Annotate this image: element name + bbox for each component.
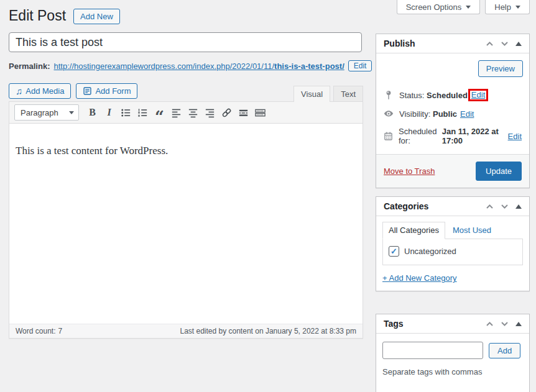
add-media-button[interactable]: ♫ Add Media bbox=[9, 83, 71, 99]
permalink-slug: this-is-a-test-post/ bbox=[274, 62, 344, 71]
eye-icon bbox=[384, 110, 394, 118]
visibility-label: Visibility: bbox=[399, 109, 430, 119]
category-item[interactable]: Uncategorized bbox=[389, 246, 522, 257]
add-new-category-link[interactable]: + Add New Category bbox=[382, 273, 457, 283]
paragraph-select[interactable]: Paragraph bbox=[14, 104, 79, 121]
annotation-box: Edit bbox=[468, 89, 488, 101]
paragraph-select-value: Paragraph bbox=[21, 108, 58, 117]
toolbar-toggle-button[interactable] bbox=[252, 104, 269, 121]
editor-canvas[interactable]: This is a test content for WordPress. bbox=[9, 124, 363, 324]
tags-panel-title: Tags bbox=[384, 319, 404, 329]
tags-hint: Separate tags with commas bbox=[382, 367, 523, 376]
bold-icon: B bbox=[89, 107, 96, 118]
align-right-button[interactable] bbox=[201, 104, 218, 121]
categories-panel-header[interactable]: Categories bbox=[376, 197, 529, 216]
permalink-edit-button[interactable]: Edit bbox=[348, 60, 372, 71]
align-center-icon bbox=[187, 107, 199, 119]
dropdown-arrow-icon bbox=[515, 6, 520, 9]
sidebar: Publish Preview Status: ScheduledEdit bbox=[376, 34, 530, 392]
add-form-button[interactable]: Add Form bbox=[76, 83, 137, 99]
tags-panel-header[interactable]: Tags bbox=[376, 314, 529, 334]
major-publishing-actions: Move to Trash Update bbox=[376, 154, 529, 188]
post-title-input[interactable] bbox=[9, 32, 362, 52]
add-new-button[interactable]: Add New bbox=[73, 9, 120, 24]
align-left-button[interactable] bbox=[168, 104, 185, 121]
help-label: Help bbox=[494, 2, 511, 12]
schedule-label: Scheduled for: bbox=[399, 127, 440, 145]
permalink-link[interactable]: http://hostingerexamplewordpress.com/ind… bbox=[53, 62, 344, 71]
toolbar-toggle-icon bbox=[254, 107, 266, 119]
pin-icon bbox=[384, 90, 394, 100]
editor-header: ♫ Add Media Add Form Visual Text bbox=[9, 83, 363, 101]
category-label: Uncategorized bbox=[404, 247, 456, 256]
add-form-label: Add Form bbox=[95, 86, 131, 96]
chevron-down-icon[interactable] bbox=[501, 204, 509, 209]
screen-meta-links: Screen Options Help bbox=[397, 0, 530, 14]
media-note-icon: ♫ bbox=[16, 86, 22, 96]
panel-controls bbox=[486, 204, 522, 209]
screen-options-label: Screen Options bbox=[406, 2, 462, 12]
move-to-trash-link[interactable]: Move to Trash bbox=[384, 166, 435, 176]
tab-most-used[interactable]: Most Used bbox=[445, 222, 499, 239]
visibility-value: Public bbox=[433, 109, 457, 119]
add-media-label: Add Media bbox=[25, 86, 64, 96]
word-count: Word count:7 bbox=[16, 327, 62, 335]
visibility-edit-link[interactable]: Edit bbox=[460, 109, 474, 119]
tab-all-categories[interactable]: All Categories bbox=[382, 222, 445, 239]
link-button[interactable] bbox=[218, 104, 235, 121]
update-button[interactable]: Update bbox=[476, 162, 522, 181]
add-tag-button[interactable]: Add bbox=[489, 343, 520, 358]
publish-panel-header[interactable]: Publish bbox=[376, 34, 529, 53]
visibility-row: Visibility: Public Edit bbox=[384, 109, 522, 119]
help-button[interactable]: Help bbox=[485, 0, 530, 14]
read-more-icon bbox=[238, 107, 249, 119]
form-icon bbox=[83, 86, 92, 96]
media-buttons: ♫ Add Media Add Form bbox=[9, 83, 137, 99]
checkbox-checked-icon[interactable] bbox=[389, 246, 399, 257]
schedule-value: Jan 11, 2022 at 17:00 bbox=[442, 127, 505, 145]
editor: Paragraph B I “ bbox=[9, 101, 363, 339]
tags-panel: Tags Add Separate tags with commas Choos… bbox=[376, 314, 530, 392]
permalink: Permalink: http://hostingerexamplewordpr… bbox=[9, 60, 363, 71]
status-edit-link[interactable]: Edit bbox=[471, 90, 485, 99]
bold-button[interactable]: B bbox=[84, 104, 101, 121]
chevron-up-icon[interactable] bbox=[486, 41, 494, 47]
status-label: Status: bbox=[399, 91, 424, 100]
word-count-label: Word count: bbox=[16, 327, 55, 335]
panel-controls bbox=[486, 41, 522, 47]
schedule-row: Scheduled for: Jan 11, 2022 at 17:00 Edi… bbox=[384, 127, 522, 145]
align-center-button[interactable] bbox=[185, 104, 201, 121]
last-edited: Last edited by content on January 5, 202… bbox=[180, 327, 356, 335]
collapse-icon[interactable] bbox=[515, 322, 522, 326]
read-more-button[interactable] bbox=[235, 104, 252, 121]
tags-input[interactable] bbox=[382, 342, 483, 359]
word-count-value: 7 bbox=[58, 327, 62, 335]
bulleted-list-icon bbox=[120, 107, 132, 119]
category-list: Uncategorized bbox=[382, 239, 523, 265]
numbered-list-button[interactable] bbox=[134, 104, 151, 121]
tag-input-row: Add bbox=[382, 342, 523, 359]
collapse-icon[interactable] bbox=[515, 42, 522, 46]
link-icon bbox=[221, 107, 233, 119]
tab-text[interactable]: Text bbox=[333, 86, 363, 102]
publish-panel: Publish Preview Status: ScheduledEdit bbox=[376, 34, 530, 188]
chevron-up-icon[interactable] bbox=[486, 321, 494, 327]
calendar-icon bbox=[384, 131, 393, 141]
main-content: Edit Post Add New Permalink: http://host… bbox=[9, 6, 363, 339]
bulleted-list-button[interactable] bbox=[118, 104, 134, 121]
preview-button[interactable]: Preview bbox=[478, 60, 523, 77]
permalink-label: Permalink: bbox=[9, 62, 50, 71]
status-row: Status: ScheduledEdit bbox=[384, 89, 522, 101]
blockquote-button[interactable]: “ bbox=[151, 104, 168, 121]
align-left-icon bbox=[170, 107, 182, 119]
screen-options-button[interactable]: Screen Options bbox=[397, 0, 481, 14]
page-header: Edit Post Add New bbox=[9, 6, 363, 26]
page-title: Edit Post bbox=[9, 7, 66, 25]
chevron-down-icon[interactable] bbox=[501, 321, 509, 327]
chevron-down-icon[interactable] bbox=[501, 41, 509, 47]
tab-visual[interactable]: Visual bbox=[293, 86, 330, 102]
italic-button[interactable]: I bbox=[101, 104, 118, 121]
chevron-up-icon[interactable] bbox=[486, 204, 494, 209]
schedule-edit-link[interactable]: Edit bbox=[508, 132, 522, 141]
collapse-icon[interactable] bbox=[515, 204, 522, 209]
